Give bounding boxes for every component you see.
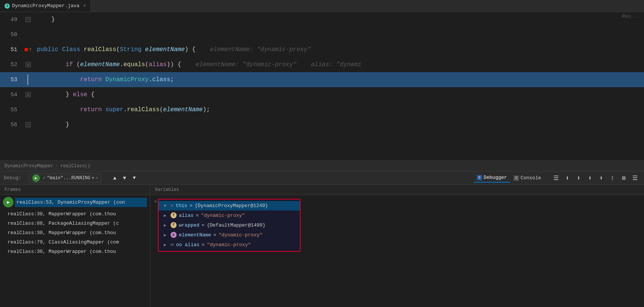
debug-toolbar: ▲ ▼ ▼ bbox=[110, 174, 138, 182]
session-dropdown[interactable]: ▼ bbox=[92, 176, 94, 180]
popup-alias-icon: f bbox=[171, 212, 177, 218]
breakpoint-dot bbox=[24, 48, 28, 51]
fold-icon-56[interactable]: − bbox=[26, 122, 31, 127]
line-number-55: 55 bbox=[0, 102, 23, 117]
popup-wrapped-row[interactable]: ▶ f wrapped = {DefaultMapper@1499} bbox=[159, 220, 300, 230]
up-frame-button[interactable]: ▲ bbox=[110, 174, 119, 182]
frames-label: Frames bbox=[5, 187, 21, 192]
play-session-button[interactable]: ▶ bbox=[32, 174, 40, 182]
tab-bar: J DynamicProxyMapper.java × bbox=[0, 0, 644, 12]
console-label: Console bbox=[520, 175, 541, 181]
variables-panel: Variables ▶ ∞ oo wrapped = {DefaultMappe… bbox=[150, 185, 644, 307]
frame-name-1: realClass:30, MapperWrapper (com.thou bbox=[8, 211, 145, 217]
frame-item-5[interactable]: realClass:30, MapperWrapper (com.thou bbox=[0, 247, 150, 256]
popup-alias-toggle[interactable]: ▶ bbox=[164, 213, 168, 218]
line-gutter-49: − bbox=[23, 12, 34, 27]
popup-this-name: this bbox=[175, 203, 187, 209]
frame-name-4: realClass:79, ClassAliasingMapper (com bbox=[8, 239, 145, 245]
line-gutter-52: ◇ bbox=[23, 57, 34, 72]
line-gutter-56: − bbox=[23, 117, 34, 132]
popup-elementname-value: "dynamic-proxy" bbox=[219, 232, 263, 238]
code-line-51: 51 ↑ public Class realClass(String eleme… bbox=[0, 42, 644, 57]
fold-icon-49[interactable]: − bbox=[26, 17, 31, 22]
toolbar-stepover-button[interactable]: ⬇ bbox=[573, 174, 584, 183]
frames-list: ▶ realClass:53, DynamicProxyMapper (con … bbox=[0, 195, 150, 307]
debug-tabs: D Debugger C Console ☰ ⬆ ⬇ ⬆ ⬆ ↕ ⊞ ☰ bbox=[474, 173, 640, 183]
popup-alias-value: "dynamic-proxy" bbox=[201, 213, 245, 218]
popup-elementname-toggle[interactable]: ▶ bbox=[164, 233, 168, 237]
frame-item-4[interactable]: realClass:79, ClassAliasingMapper (com bbox=[0, 237, 150, 247]
tab-console[interactable]: C Console bbox=[511, 174, 544, 182]
session-badge[interactable]: ▶ ✓ "main"...RUNNING ▼ × bbox=[29, 173, 102, 183]
breakpoint-51[interactable]: ↑ bbox=[24, 47, 32, 53]
popup-this-toggle[interactable]: ▼ bbox=[164, 204, 168, 208]
down-frame-button[interactable]: ▼ bbox=[120, 174, 128, 182]
frame-item-3[interactable]: realClass:30, MapperWrapper (com.thou bbox=[0, 228, 150, 237]
line-content-56: } bbox=[34, 117, 644, 132]
fold-icon-52[interactable]: ◇ bbox=[26, 62, 31, 67]
tab-filename: DynamicProxyMapper.java bbox=[12, 3, 79, 9]
frame-name-0: realClass:53, DynamicProxyMapper (con bbox=[17, 200, 142, 205]
popup-wrapped-toggle[interactable]: ▶ bbox=[164, 223, 168, 228]
popup-list-icon: ≡ bbox=[171, 203, 173, 209]
debug-panel: Debug: ▶ ✓ "main"...RUNNING ▼ × ▲ ▼ ▼ D … bbox=[0, 171, 644, 307]
code-line-55: 55 return super.realClass(elementName); bbox=[0, 102, 644, 117]
fold-icon-54[interactable]: ◇ bbox=[26, 92, 31, 97]
popup-elementname-row[interactable]: ▶ p elementName = "dynamic-proxy" bbox=[159, 230, 300, 240]
popup-alias2-icon: ∞ bbox=[171, 242, 174, 248]
cursor-indicator bbox=[27, 74, 28, 85]
console-icon: C bbox=[514, 175, 519, 181]
breadcrumb-separator: › bbox=[56, 163, 58, 169]
frames-header: Frames bbox=[0, 185, 150, 195]
variables-list: ▶ ∞ oo wrapped = {DefaultMapper@1499} ▼ … bbox=[150, 195, 644, 307]
toolbar-resume-button[interactable]: ⬆ bbox=[562, 174, 573, 183]
line-gutter-50 bbox=[23, 27, 34, 42]
line-number-54: 54 bbox=[0, 87, 23, 102]
active-frame-row: ▶ realClass:53, DynamicProxyMapper (con bbox=[0, 195, 150, 209]
frame-item-1[interactable]: realClass:30, MapperWrapper (com.thou bbox=[0, 209, 150, 219]
toolbar-settings-button[interactable]: ⊞ bbox=[618, 174, 629, 183]
line-content-53: return DynamicProxy.class; bbox=[34, 72, 644, 87]
frame-item-0[interactable]: realClass:53, DynamicProxyMapper (con bbox=[15, 198, 147, 207]
line-content-49: } bbox=[34, 12, 644, 27]
toolbar-evaluate-button[interactable]: ↕ bbox=[607, 174, 618, 183]
tab-debugger[interactable]: D Debugger bbox=[474, 173, 510, 183]
debugger-label: Debugger bbox=[484, 175, 507, 180]
toolbar-more-button[interactable]: ☰ bbox=[630, 174, 640, 183]
breadcrumb-method[interactable]: realClass() bbox=[60, 163, 90, 169]
popup-alias2-row[interactable]: ▶ ∞ oo alias = "dynamic-proxy" bbox=[159, 240, 300, 250]
variables-popup: ▼ ≡ this = {DynamicProxyMapper@1240} ▶ f… bbox=[158, 199, 301, 252]
code-line-54: 54 ◇ } else { bbox=[0, 87, 644, 102]
debug-main: Frames ▶ realClass:53, DynamicProxyMappe… bbox=[0, 185, 644, 307]
frame-item-2[interactable]: realClass:88, PackageAliasingMapper (c bbox=[0, 219, 150, 228]
frame-name-3: realClass:30, MapperWrapper (com.thou bbox=[8, 230, 145, 236]
popup-alias2-eq: = bbox=[202, 242, 205, 248]
active-frame-play[interactable]: ▶ bbox=[3, 197, 14, 207]
code-line-56: 56 − } bbox=[0, 117, 644, 132]
toolbar-list-button[interactable]: ☰ bbox=[551, 174, 561, 183]
line-number-49: 49 bbox=[0, 12, 23, 27]
tab-close-button[interactable]: × bbox=[83, 3, 86, 9]
toolbar-stepinto-button[interactable]: ⬆ bbox=[585, 174, 595, 183]
popup-wrapped-value: {DefaultMapper@1499} bbox=[207, 222, 265, 228]
popup-alias2-toggle[interactable]: ▶ bbox=[164, 242, 168, 247]
popup-elementname-name: elementName bbox=[179, 232, 211, 238]
line-gutter-54: ◇ bbox=[23, 87, 34, 102]
filter-button[interactable]: ▼ bbox=[130, 174, 138, 182]
popup-elementname-icon: p bbox=[171, 232, 177, 238]
popup-alias2-name: oo alias bbox=[176, 242, 199, 248]
toolbar-stepout-button[interactable]: ⬆ bbox=[596, 174, 606, 183]
popup-alias-row[interactable]: ▶ f alias = "dynamic-proxy" bbox=[159, 210, 300, 220]
session-close-button[interactable]: × bbox=[96, 176, 98, 180]
debug-label: Debug: bbox=[4, 175, 21, 181]
line-content-51: public Class realClass(String elementNam… bbox=[34, 42, 644, 57]
file-tab[interactable]: J DynamicProxyMapper.java × bbox=[0, 0, 91, 12]
frame-name-5: realClass:30, MapperWrapper (com.thou bbox=[8, 249, 145, 254]
line-gutter-55 bbox=[23, 102, 34, 117]
breadcrumb-class[interactable]: DynamicProxyMapper bbox=[5, 163, 53, 169]
debugger-icon: D bbox=[477, 175, 482, 180]
popup-this-row[interactable]: ▼ ≡ this = {DynamicProxyMapper@1240} bbox=[159, 201, 300, 210]
popup-this-eq: = bbox=[189, 203, 192, 209]
variables-label: Variables bbox=[155, 187, 179, 192]
line-number-50: 50 bbox=[0, 27, 23, 42]
